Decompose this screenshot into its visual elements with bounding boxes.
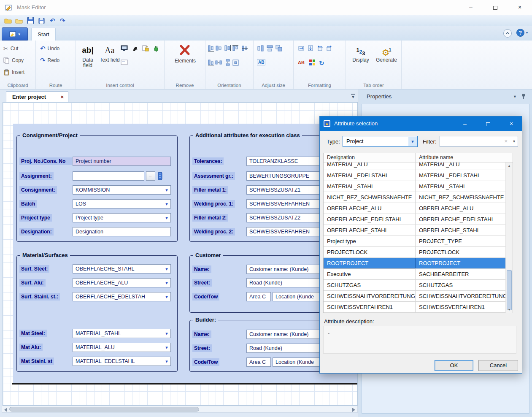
monitor-icon[interactable] [121,45,129,53]
column-header-attribute-name[interactable]: Attribute name [416,153,513,162]
field-mat-alu-combo[interactable]: MATERIAL_ALU▾ [73,343,171,352]
chevron-down-icon[interactable]: ▾ [164,330,170,338]
data-field-button[interactable]: ab| Data field [78,43,98,68]
collapse-ribbon-button[interactable] [503,29,512,38]
font-style-icon[interactable]: AB [298,60,305,65]
save-all-button[interactable] [38,17,46,24]
color-palette-icon[interactable] [309,59,317,68]
insert-button[interactable]: Insert [3,68,24,77]
field-assignment[interactable] [73,171,144,181]
type-combobox[interactable]: Project ▾ [343,136,418,147]
distribute-horizontal-icon[interactable] [215,59,224,68]
tab-list-button[interactable]: ▼ [351,94,355,99]
table-row[interactable]: OBERFLAECHE_ALUOBERFLAECHE_ALU [324,203,505,214]
scroll-right-icon[interactable] [352,408,355,412]
frame-icon[interactable] [121,59,129,68]
align-top-icon[interactable] [232,45,240,53]
table-row-selected[interactable]: ROOTPROJECTROOTPROJECT [324,258,505,269]
field-builder-area-code[interactable]: Area C [246,357,271,367]
table-row[interactable]: NICHT_BEZ_SCHWEISSNAEHTENICHT_BEZ_SCHWEI… [324,192,505,203]
field-batch-combo[interactable]: LOS▾ [73,199,171,208]
scroll-up-icon[interactable]: ▲ [506,162,513,169]
table-row[interactable]: Project typePROJECT_TYPE [324,236,505,247]
application-menu-button[interactable]: ▾ [2,27,28,41]
field-consignment-combo[interactable]: KOMMISSION▾ [73,185,171,195]
open-folder-button[interactable] [4,17,12,24]
ok-button[interactable]: OK [435,360,473,371]
chevron-down-icon[interactable]: ▾ [408,137,417,146]
table-row[interactable]: MATERIAL_STAHLMATERIAL_STAHL [324,181,505,192]
pin-icon[interactable] [521,93,526,100]
form-design-canvas[interactable]: Consignment/Project Proj. No./Cons. No P… [3,102,358,406]
field-surf-stainless-combo[interactable]: OBERFLAECHE_EDELSTAH▾ [73,292,171,301]
table-row[interactable]: SCHUTZGASSCHUTZGAS [324,280,505,291]
cancel-button[interactable]: Cancel [478,360,518,371]
chevron-down-icon[interactable]: ▾ [513,136,515,146]
undo-button[interactable]: ↶Undo [40,44,59,53]
chevron-down-icon[interactable]: ▾ [164,200,170,208]
dialog-title-bar[interactable]: Attribute selection – × [320,116,522,131]
redo-quick-button[interactable]: ↷ [60,17,68,24]
dialog-minimize-button[interactable]: – [454,116,475,131]
remove-elements-button[interactable]: Elements [175,43,195,64]
table-row[interactable]: MATERIAL_EDELSTAHLMATERIAL_EDELSTAHL [324,170,505,181]
clear-filter-icon[interactable]: × [504,136,508,146]
field-proj-no[interactable]: Project number [73,157,171,166]
table-row[interactable]: MATERIAL_ALUMATERIAL_ALU [324,162,505,170]
help-button[interactable]: ? [516,29,524,37]
filter-input[interactable]: × ▾ [440,136,518,147]
field-customer-area-code[interactable]: Area C [246,292,271,301]
field-mat-steel-combo[interactable]: MATERIAL_STAHL▾ [73,329,171,338]
table-row[interactable]: ExecutiveSACHBEARBEITER [324,269,505,280]
rotate-right-icon[interactable] [326,45,334,53]
reset-format-icon[interactable]: ↻ [319,60,324,67]
chevron-down-icon[interactable]: ▾ [164,344,170,352]
flip-horizontal-icon[interactable] [298,45,306,53]
cut-button[interactable]: ✂Cut [3,44,18,53]
copy-button[interactable]: Copy [3,56,24,65]
symbol-icon[interactable] [131,45,140,53]
field-surf-steel-combo[interactable]: OBERFLAECHE_STAHL▾ [73,264,171,273]
horizontal-scrollbar[interactable] [2,406,358,413]
same-size-icon[interactable] [275,45,284,53]
assignment-browse-button[interactable]: ... [146,171,155,181]
chevron-down-icon[interactable]: ▾ [164,214,170,222]
table-row[interactable]: SCHWEISSNAHTVORBEREITUNGSCHWEISSNAHTVORB… [324,291,505,302]
distribute-vertical-icon[interactable] [224,59,233,68]
table-row[interactable]: OBERFLAECHE_EDELSTAHLOBERFLAECHE_EDELSTA… [324,214,505,225]
rotate-left-icon[interactable] [316,45,325,53]
field-mat-stainless-combo[interactable]: MATERIAL_EDELSTAHL▾ [73,357,171,366]
display-tab-order-button[interactable]: 123 Display [349,43,372,63]
chevron-down-icon[interactable]: ▾ [164,265,170,273]
document-tab-enter-project[interactable]: Enter project × [6,91,68,103]
plugin-icon[interactable] [152,45,161,53]
field-project-type-combo[interactable]: Project type▾ [73,213,171,222]
vertical-scrollbar[interactable]: ▲ ▼ [505,162,513,313]
same-height-icon[interactable] [266,45,275,53]
table-row[interactable]: SCHWEISSVERFAHREN1SCHWEISSVERFAHREN1 [324,302,505,313]
undo-quick-button[interactable]: ↶ [50,17,57,24]
align-left-icon[interactable] [208,45,216,53]
new-folder-button[interactable] [15,17,23,24]
same-width-icon[interactable] [257,45,265,53]
align-middle-icon[interactable] [241,45,250,53]
column-header-designation[interactable]: Designation [324,153,416,162]
redo-button[interactable]: ↷Redo [40,56,59,65]
mask-form-panel[interactable]: Consignment/Project Proj. No./Cons. No P… [13,124,358,383]
chevron-down-icon[interactable]: ▾ [164,186,170,194]
help-dropdown-icon[interactable]: ▾ [526,31,528,35]
data-source-icon[interactable] [157,171,163,181]
chevron-down-icon[interactable]: ▾ [164,279,170,287]
maximize-button[interactable] [483,0,508,14]
scroll-down-icon[interactable]: ▼ [506,306,513,313]
align-bottom-icon[interactable] [208,59,216,68]
chevron-down-icon[interactable]: ▾ [164,357,170,366]
dialog-close-button[interactable]: × [501,116,522,131]
minimize-button[interactable]: – [459,0,483,14]
table-row[interactable]: PROJECTLOCKPROJECTLOCK [324,247,505,258]
close-button[interactable]: × [508,0,532,14]
align-center-h-icon[interactable] [215,45,224,53]
chevron-down-icon[interactable]: ▾ [164,293,170,301]
autosize-icon[interactable]: AB [257,59,265,65]
properties-dropdown-icon[interactable]: ▼ [513,95,517,99]
